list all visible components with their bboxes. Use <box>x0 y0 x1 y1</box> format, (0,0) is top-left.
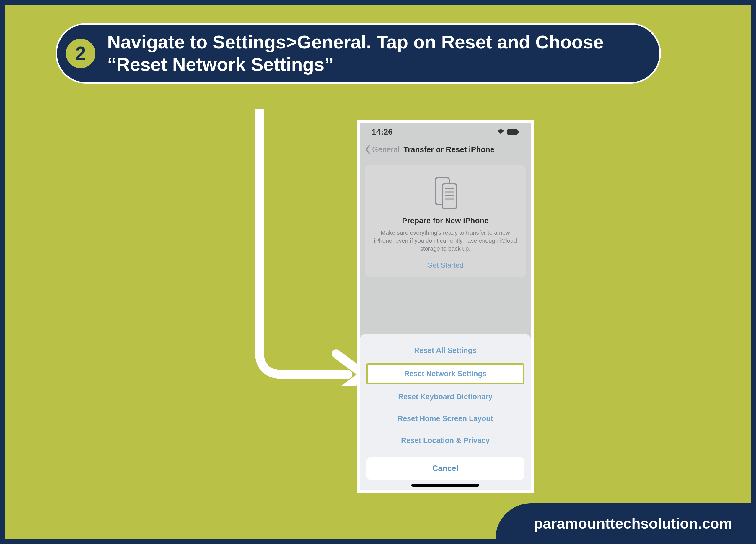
arrow-icon <box>250 109 374 386</box>
get-started-link[interactable]: Get Started <box>372 261 519 269</box>
nav-bar: General Transfer or Reset iPhone <box>360 141 531 158</box>
prepare-title: Prepare for New iPhone <box>372 216 519 225</box>
step-number-badge: 2 <box>66 39 95 68</box>
sheet-item-reset-all[interactable]: Reset All Settings <box>366 340 524 361</box>
svg-rect-1 <box>508 130 517 134</box>
prepare-card: Prepare for New iPhone Make sure everyth… <box>365 165 526 277</box>
prepare-description: Make sure everything's ready to transfer… <box>372 229 519 253</box>
battery-icon <box>507 129 519 135</box>
sheet-item-reset-location[interactable]: Reset Location & Privacy <box>366 430 524 452</box>
svg-rect-2 <box>518 131 519 133</box>
nav-title: Transfer or Reset iPhone <box>401 145 526 154</box>
step-instruction: Navigate to Settings>General. Tap on Res… <box>107 31 636 76</box>
cancel-button[interactable]: Cancel <box>366 457 524 480</box>
svg-rect-4 <box>442 184 457 209</box>
phone-screenshot: 14:26 General Transfer or Reset iPhone <box>357 120 534 493</box>
back-chevron-icon[interactable] <box>365 145 370 154</box>
status-time: 14:26 <box>372 127 393 137</box>
status-icons <box>497 129 519 135</box>
sheet-item-reset-keyboard[interactable]: Reset Keyboard Dictionary <box>366 386 524 408</box>
sheet-item-reset-home[interactable]: Reset Home Screen Layout <box>366 408 524 430</box>
reset-action-sheet: Reset All Settings Reset Network Setting… <box>360 334 531 490</box>
footer-domain: paramounttechsolution.com <box>496 503 756 544</box>
instruction-frame: 2 Navigate to Settings>General. Tap on R… <box>0 0 756 544</box>
device-illustration-icon <box>372 175 519 210</box>
wifi-icon <box>497 129 505 135</box>
step-header: 2 Navigate to Settings>General. Tap on R… <box>56 23 661 84</box>
status-bar: 14:26 <box>360 123 531 141</box>
nav-back-label[interactable]: General <box>372 145 400 154</box>
sheet-item-reset-network[interactable]: Reset Network Settings <box>366 363 524 384</box>
home-indicator <box>411 484 479 487</box>
